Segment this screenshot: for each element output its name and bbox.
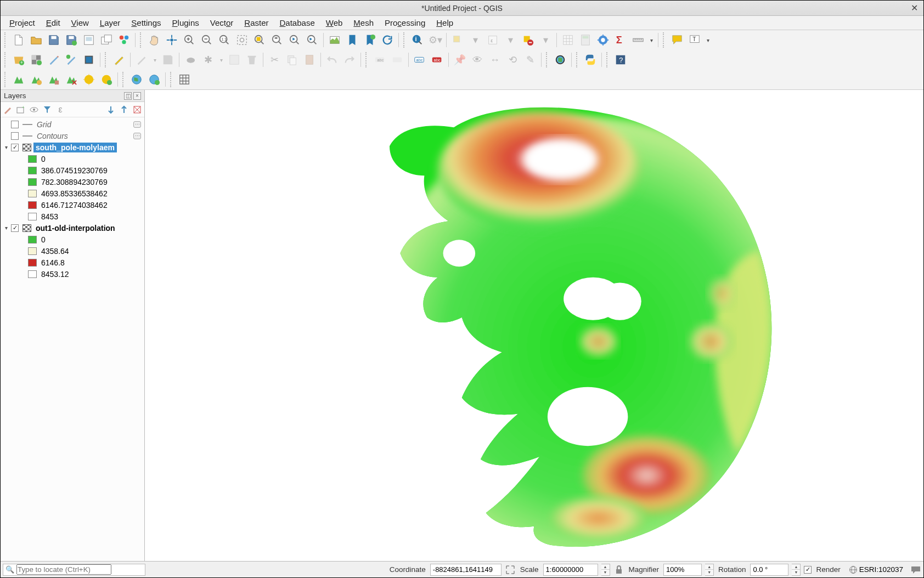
select-dropdown[interactable]: ▾	[467, 32, 483, 48]
layer-checkbox[interactable]	[11, 132, 19, 140]
zoom-full-button[interactable]	[234, 32, 250, 48]
menu-edit[interactable]: Edit	[41, 17, 66, 29]
layer-indicator-icon[interactable]: ⋯	[133, 121, 141, 128]
select-by-value-button[interactable]: ε	[484, 32, 501, 48]
new-project-button[interactable]	[10, 32, 27, 48]
paste-button[interactable]	[301, 52, 318, 68]
locator-field[interactable]	[16, 564, 111, 575]
menu-settings[interactable]: Settings	[126, 17, 166, 29]
map-tips-button[interactable]	[669, 32, 685, 48]
pan-to-selection-button[interactable]	[164, 32, 180, 48]
expander-icon[interactable]: ▾	[3, 225, 9, 231]
layer-row-contours[interactable]: Contours ⋯	[1, 130, 144, 141]
scale-spin[interactable]: ▲▼	[601, 564, 610, 576]
menu-project[interactable]: Project	[4, 17, 41, 29]
python-console-button[interactable]	[582, 52, 599, 68]
toolbar-grip[interactable]	[105, 52, 108, 67]
layer-add-group-icon[interactable]: +	[16, 105, 26, 115]
toggle-extents-icon[interactable]	[505, 564, 516, 575]
help-button[interactable]: ?	[612, 52, 629, 68]
menu-web[interactable]: Web	[320, 17, 348, 29]
new-memory-layer-button[interactable]	[63, 52, 80, 68]
menu-layer[interactable]: Layer	[94, 17, 126, 29]
label-tool-2[interactable]	[389, 52, 405, 68]
label-toggle-button[interactable]: abc	[412, 52, 428, 68]
render-checkbox[interactable]: ✓	[804, 566, 812, 574]
new-virtual-layer-button[interactable]	[81, 52, 97, 68]
raster-tool-1[interactable]	[10, 71, 27, 88]
toolbar-grip[interactable]	[663, 32, 666, 48]
scale-input[interactable]	[546, 565, 595, 574]
toolbar-grip[interactable]	[403, 32, 407, 48]
edits-dropdown[interactable]: ▾	[151, 52, 159, 68]
measure-button[interactable]	[630, 32, 646, 48]
zoom-in-button[interactable]	[181, 32, 198, 48]
zoom-native-button[interactable]: 1:1	[216, 32, 233, 48]
toolbar-grip[interactable]	[4, 52, 8, 67]
open-attribute-table-button[interactable]	[560, 32, 576, 48]
menu-mesh[interactable]: Mesh	[348, 17, 379, 29]
save-edits-button[interactable]	[160, 52, 176, 68]
panel-undock-button[interactable]: ◫	[124, 92, 132, 100]
delete-selected-button[interactable]	[244, 52, 260, 68]
pan-button[interactable]	[146, 32, 162, 48]
grid-tool[interactable]	[176, 71, 193, 88]
toolbar-grip[interactable]	[170, 72, 173, 87]
add-vector-layer-button[interactable]: +	[10, 52, 27, 68]
expander-icon[interactable]: ▾	[3, 144, 9, 150]
toolbar-grip[interactable]	[4, 72, 8, 87]
measure-dropdown[interactable]: ▾	[647, 32, 655, 48]
new-map-view-button[interactable]	[326, 32, 343, 48]
refresh-button[interactable]	[379, 32, 396, 48]
zoom-next-button[interactable]	[304, 32, 320, 48]
menu-processing[interactable]: Processing	[379, 17, 431, 29]
menu-view[interactable]: View	[66, 17, 94, 29]
layer-row-south-pole[interactable]: ▾ south_pole-molylaem	[1, 141, 144, 153]
zoom-to-layer-button[interactable]	[269, 32, 285, 48]
layer-style-icon[interactable]	[3, 105, 13, 115]
toggle-editing-button[interactable]	[111, 52, 127, 68]
map-canvas[interactable]	[145, 90, 923, 561]
save-as-button[interactable]	[63, 32, 80, 48]
magnifier-field[interactable]	[663, 564, 702, 576]
undo-button[interactable]	[324, 52, 340, 68]
field-calculator-button[interactable]	[577, 32, 594, 48]
layout-manager-button[interactable]	[98, 32, 115, 48]
scale-field[interactable]	[543, 564, 598, 576]
locator-input[interactable]: 🔍	[3, 564, 145, 576]
crs-button[interactable]: ESRI:102037	[845, 564, 907, 576]
text-annotation-button[interactable]: T	[686, 32, 703, 48]
layer-expand-icon[interactable]	[106, 105, 116, 115]
new-bookmark-button[interactable]	[344, 32, 360, 48]
cut-button[interactable]: ✂	[266, 52, 283, 68]
globe-tool-2[interactable]	[146, 71, 162, 88]
rotation-field[interactable]	[750, 564, 788, 576]
label-pin-button[interactable]: 📌	[452, 52, 468, 68]
magnifier-input[interactable]	[666, 565, 699, 574]
coordinate-input[interactable]	[433, 565, 499, 574]
toolbar-grip[interactable]	[546, 52, 549, 67]
toolbar-grip[interactable]	[365, 52, 369, 67]
statistics-button[interactable]: Σ	[612, 32, 629, 48]
layer-collapse-icon[interactable]	[119, 105, 129, 115]
zoom-to-selection-button[interactable]	[251, 32, 268, 48]
layer-indicator-icon[interactable]: ⋯	[133, 133, 141, 139]
messages-icon[interactable]	[910, 564, 921, 575]
label-change-button[interactable]: ✎	[522, 52, 538, 68]
toolbar-grip[interactable]	[576, 52, 579, 67]
menu-vector[interactable]: Vector	[205, 17, 239, 29]
layer-row-out1[interactable]: ▾ out1-old-interpolation	[1, 222, 144, 234]
redo-button[interactable]	[341, 52, 358, 68]
layer-filter-icon[interactable]	[42, 105, 52, 115]
print-layout-button[interactable]	[81, 32, 97, 48]
new-vector-layer-button[interactable]	[46, 52, 62, 68]
globe-tool-1[interactable]	[128, 71, 145, 88]
save-project-button[interactable]	[46, 32, 62, 48]
zoom-last-button[interactable]	[286, 32, 303, 48]
action-button[interactable]: ⚙▾	[427, 32, 443, 48]
layer-visibility-icon[interactable]	[29, 105, 39, 115]
menu-help[interactable]: Help	[431, 17, 459, 29]
select-features-button[interactable]	[449, 32, 466, 48]
toolbar-grip[interactable]	[140, 32, 143, 48]
label-highlight-button[interactable]: abc	[429, 52, 446, 68]
